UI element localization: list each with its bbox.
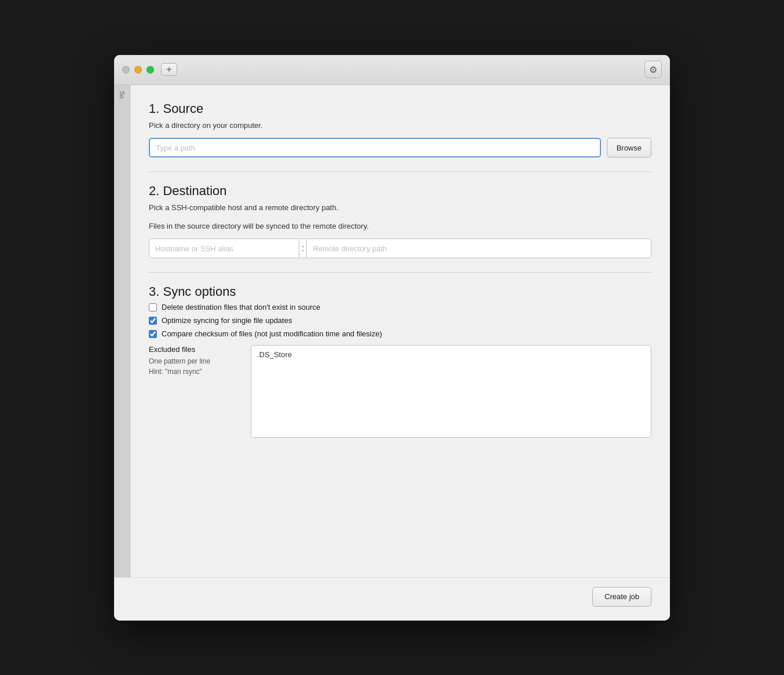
traffic-lights [122, 66, 154, 74]
excluded-files-label: Excluded files [149, 345, 241, 354]
gear-button[interactable]: ⚙ [644, 61, 662, 78]
divider-1 [149, 171, 651, 172]
destination-description-1: Pick a SSH-compatible host and a remote … [149, 202, 651, 214]
sync-options-heading: 3. Sync options [149, 284, 651, 299]
checkbox-row-checksum: Compare checksum of files (not just modi… [149, 329, 651, 338]
destination-heading: 2. Destination [149, 184, 651, 199]
close-button[interactable] [122, 66, 130, 74]
titlebar: + ⚙ [114, 55, 670, 85]
source-section: 1. Source Pick a directory on your compu… [149, 101, 651, 158]
hostname-input[interactable] [149, 239, 299, 258]
divider-2 [149, 272, 651, 273]
sync-options-section: 3. Sync options Delete destination files… [149, 284, 651, 438]
excluded-files-textarea[interactable] [251, 345, 651, 438]
colon-separator: : [299, 239, 306, 258]
delete-dest-checkbox[interactable] [149, 303, 157, 311]
source-row: Browse [149, 138, 651, 157]
footer: Create job [114, 577, 670, 621]
source-description: Pick a directory on your computer. [149, 120, 651, 131]
excluded-label-block: Excluded files One pattern per line Hint… [149, 345, 241, 438]
minimize-button[interactable] [134, 66, 142, 74]
excluded-hint-1: One pattern per line [149, 356, 241, 366]
main-panel: 1. Source Pick a directory on your compu… [130, 85, 670, 577]
excluded-files-section: Excluded files One pattern per line Hint… [149, 345, 651, 438]
browse-button[interactable]: Browse [607, 138, 651, 157]
compare-checksum-label: Compare checksum of files (not just modi… [162, 329, 382, 338]
compare-checksum-checkbox[interactable] [149, 330, 157, 338]
remote-path-input[interactable] [306, 239, 651, 258]
optimize-single-label: Optimize syncing for single file updates [162, 316, 292, 325]
source-heading: 1. Source [149, 101, 651, 116]
source-path-input[interactable] [149, 138, 601, 157]
destination-section: 2. Destination Pick a SSH-compatible hos… [149, 184, 651, 258]
sidebar-label: So [119, 91, 126, 98]
destination-description-2: Files in the source directory will be sy… [149, 221, 651, 232]
checkbox-row-delete: Delete destination files that don't exis… [149, 303, 651, 311]
gear-icon: ⚙ [649, 64, 657, 75]
app-window: + ⚙ So 1. Source Pick a directory on you… [114, 55, 670, 621]
sidebar: So [114, 85, 130, 577]
create-job-button[interactable]: Create job [592, 587, 651, 607]
excluded-hint-2: Hint: "man rsync" [149, 366, 241, 377]
new-tab-button[interactable]: + [161, 63, 177, 76]
optimize-single-checkbox[interactable] [149, 317, 157, 325]
delete-dest-label: Delete destination files that don't exis… [162, 303, 320, 311]
destination-inputs: : [149, 239, 651, 258]
checkbox-row-optimize: Optimize syncing for single file updates [149, 316, 651, 325]
window-content: So 1. Source Pick a directory on your co… [114, 85, 670, 577]
maximize-button[interactable] [146, 66, 154, 74]
